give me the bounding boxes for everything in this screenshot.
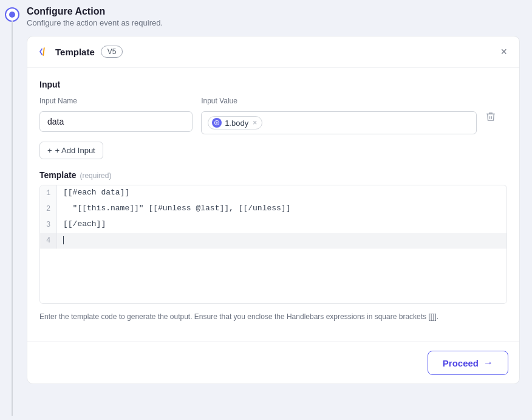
line-number-3: 3	[40, 217, 57, 233]
main-content: Configure Action Configure the action ev…	[24, 0, 532, 420]
trash-icon	[485, 111, 496, 122]
code-content-4	[57, 233, 506, 249]
code-line-4: 4	[40, 233, 506, 249]
code-content-2: "[[this.name]]" [[#unless @last]], [[/un…	[57, 201, 506, 217]
step-inner-dot	[9, 12, 15, 18]
template-logo-icon	[38, 46, 49, 57]
line-number-2: 2	[40, 201, 57, 217]
code-line-3: 3 [[/each]]	[40, 217, 506, 233]
code-line-2: 2 "[[this.name]]" [[#unless @last]], [[/…	[40, 201, 506, 217]
card-header-left: Template V5	[38, 46, 123, 58]
cursor	[63, 236, 64, 244]
value-tag-remove-icon[interactable]: ×	[253, 119, 257, 126]
delete-input-button[interactable]	[485, 111, 496, 122]
code-content-1: [[#each data]]	[57, 185, 506, 201]
input-name-col-label: Input Name	[39, 97, 193, 105]
step-circle	[5, 7, 19, 22]
required-label: (required)	[80, 171, 111, 180]
input-name-field[interactable]	[39, 111, 193, 132]
input-value-col: 1.body ×	[201, 111, 477, 134]
close-button[interactable]: ×	[499, 45, 508, 58]
input-section-label: Input	[39, 80, 507, 89]
value-tag: 1.body ×	[208, 116, 262, 129]
card-body: Input Input Name Input Value	[27, 67, 519, 342]
proceed-arrow-icon: →	[483, 357, 493, 368]
col-action-header	[485, 100, 507, 105]
template-section-label: Template (required)	[39, 170, 507, 180]
value-tag-text: 1.body	[225, 119, 248, 128]
section-title: Configure Action	[27, 6, 520, 17]
proceed-button[interactable]: Proceed →	[428, 351, 508, 375]
code-empty-area	[40, 249, 506, 303]
version-badge: V5	[101, 46, 123, 58]
add-input-icon: +	[47, 146, 52, 155]
step-indicator	[0, 0, 24, 420]
col-value-header: Input Value	[201, 97, 477, 108]
section-subtitle: Configure the action event as required.	[27, 18, 520, 27]
proceed-label: Proceed	[443, 358, 479, 368]
template-section-title: Template	[39, 170, 76, 180]
close-icon: ×	[500, 46, 507, 57]
input-row: 1.body ×	[39, 111, 507, 134]
code-line-1: 1 [[#each data]]	[40, 185, 506, 201]
template-icon	[38, 46, 49, 57]
add-input-button[interactable]: + + Add Input	[39, 142, 103, 159]
configure-card: Template V5 × Input Input Name Input V	[27, 36, 520, 384]
card-footer: Proceed →	[27, 342, 519, 384]
delete-col	[485, 111, 507, 127]
col-name-header: Input Name	[39, 97, 193, 108]
line-number-4: 4	[40, 233, 57, 249]
input-name-col	[39, 111, 193, 132]
globe-icon	[212, 118, 222, 128]
card-header: Template V5 ×	[27, 36, 519, 67]
add-input-label: + Add Input	[55, 146, 95, 155]
help-text: Enter the template code to generate the …	[39, 311, 507, 322]
input-value-container[interactable]: 1.body ×	[201, 111, 477, 134]
template-label: Template	[55, 47, 95, 57]
input-value-col-label: Input Value	[201, 97, 477, 105]
line-number-1: 1	[40, 185, 57, 201]
code-editor[interactable]: 1 [[#each data]] 2 "[[this.name]]" [[#un…	[39, 185, 507, 304]
code-content-3: [[/each]]	[57, 217, 506, 233]
